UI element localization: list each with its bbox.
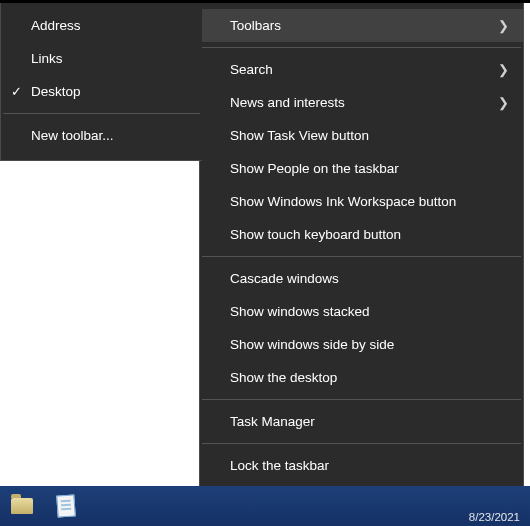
- menu-label: Search: [230, 62, 498, 77]
- menu-item-show-task-view[interactable]: Show Task View button: [200, 119, 523, 152]
- menu-label: Show windows stacked: [230, 304, 509, 319]
- notepad-icon: [56, 494, 75, 517]
- menu-label: Show the desktop: [230, 370, 509, 385]
- submenu-item-new-toolbar[interactable]: New toolbar...: [1, 119, 202, 152]
- taskbar-date: 8/23/2021: [469, 510, 520, 524]
- chevron-right-icon: ❯: [498, 95, 509, 110]
- chevron-right-icon: ❯: [498, 62, 509, 77]
- menu-label: Cascade windows: [230, 271, 509, 286]
- menu-label: Show touch keyboard button: [230, 227, 509, 242]
- taskbar-app-notepad[interactable]: [44, 486, 88, 526]
- menu-item-cascade-windows[interactable]: Cascade windows: [200, 262, 523, 295]
- submenu-label: Desktop: [31, 84, 188, 99]
- menu-separator: [3, 113, 200, 114]
- menu-item-lock-taskbar[interactable]: Lock the taskbar: [200, 449, 523, 482]
- menu-label: Show Windows Ink Workspace button: [230, 194, 509, 209]
- menu-item-task-manager[interactable]: Task Manager: [200, 405, 523, 438]
- menu-separator: [202, 399, 521, 400]
- taskbar-context-menu: Toolbars ❯ Search ❯ News and interests ❯…: [199, 3, 524, 524]
- submenu-item-desktop[interactable]: ✓ Desktop: [1, 75, 202, 108]
- menu-item-search[interactable]: Search ❯: [200, 53, 523, 86]
- check-icon: ✓: [1, 84, 31, 99]
- submenu-label: New toolbar...: [31, 128, 188, 143]
- submenu-item-address[interactable]: Address: [1, 9, 202, 42]
- submenu-item-links[interactable]: Links: [1, 42, 202, 75]
- menu-label: Toolbars: [230, 18, 498, 33]
- menu-separator: [202, 443, 521, 444]
- taskbar[interactable]: 8/23/2021: [0, 486, 530, 526]
- menu-item-show-touch-keyboard[interactable]: Show touch keyboard button: [200, 218, 523, 251]
- menu-item-toolbars[interactable]: Toolbars ❯: [200, 9, 523, 42]
- chevron-right-icon: ❯: [498, 18, 509, 33]
- taskbar-app-file-explorer[interactable]: [0, 486, 44, 526]
- menu-item-show-desktop[interactable]: Show the desktop: [200, 361, 523, 394]
- menu-label: Show People on the taskbar: [230, 161, 509, 176]
- menu-label: Lock the taskbar: [230, 458, 509, 473]
- submenu-label: Address: [31, 18, 188, 33]
- menu-label: Show Task View button: [230, 128, 509, 143]
- menu-label: News and interests: [230, 95, 498, 110]
- menu-separator: [202, 256, 521, 257]
- menu-item-side-by-side[interactable]: Show windows side by side: [200, 328, 523, 361]
- submenu-label: Links: [31, 51, 188, 66]
- menu-separator: [202, 47, 521, 48]
- taskbar-clock[interactable]: 8/23/2021: [469, 510, 520, 524]
- toolbars-submenu: Address Links ✓ Desktop New toolbar...: [0, 3, 202, 161]
- menu-label: Show windows side by side: [230, 337, 509, 352]
- folder-icon: [11, 498, 33, 514]
- menu-item-show-stacked[interactable]: Show windows stacked: [200, 295, 523, 328]
- menu-item-show-people[interactable]: Show People on the taskbar: [200, 152, 523, 185]
- menu-label: Task Manager: [230, 414, 509, 429]
- menu-item-news-interests[interactable]: News and interests ❯: [200, 86, 523, 119]
- menu-item-show-ink-workspace[interactable]: Show Windows Ink Workspace button: [200, 185, 523, 218]
